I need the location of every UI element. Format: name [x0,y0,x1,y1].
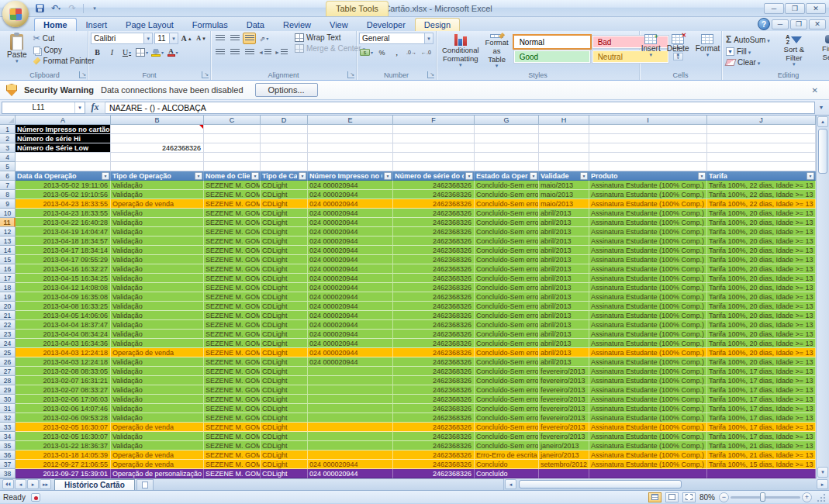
column-header[interactable]: J [707,116,816,125]
cell[interactable]: Tarifa 100%, 20 dias, Idade >= 13 [707,348,816,357]
cell[interactable]: 2462368326 [393,367,475,376]
cell[interactable]: Assinatura Estudante (100% Comp.) [589,302,707,311]
cell[interactable]: Validação [111,209,204,218]
cell[interactable]: 2013-04-04 18:37:47 [16,320,111,330]
cell[interactable]: Tarifa 100%, 20 dias, Idade >= 13 [707,218,816,227]
cell[interactable]: CDLight [261,330,308,339]
cell[interactable]: Tarifa 100%, 21 dias, Idade >= 13 [707,441,816,450]
cell[interactable]: SEZENE M. GOMES [204,218,261,227]
cell[interactable]: fevereiro/2013 [539,385,589,395]
cell[interactable]: Erro-Erro de escrita [475,450,539,460]
cell[interactable]: Validação [111,385,204,395]
cell[interactable]: 2462368326 [393,190,475,199]
cell[interactable]: 2013-02-05 16:30:07 [16,432,111,441]
cell[interactable]: Assinatura Estudante (100% Comp.) [589,274,707,283]
percent-style-button[interactable]: % [375,47,389,58]
cell[interactable] [308,376,393,385]
clipboard-dialog-launcher[interactable]: ↘ [79,71,86,78]
cell[interactable]: 2013-04-17 18:34:14 [16,246,111,255]
row-header[interactable]: 31 [0,404,16,413]
close-button[interactable]: ✕ [806,3,826,14]
cell[interactable]: maio/2013 [539,181,589,190]
message-bar-close-icon[interactable]: ✕ [807,86,823,95]
help-button[interactable]: ? [758,18,770,30]
row-header[interactable]: 17 [0,274,16,283]
cell[interactable]: CDLight [261,441,308,450]
first-sheet-button[interactable]: ⏴⏴ [2,479,14,489]
bold-button[interactable]: B [91,47,104,58]
cell[interactable]: SEZENE M. GOMES [204,441,261,450]
cell[interactable]: 024 000020944 [308,274,393,283]
cell[interactable] [539,125,589,134]
cell[interactable]: Tarifa 100%, 17 dias, Idade >= 13 [707,404,816,413]
cell[interactable]: 024 000020944 [308,181,393,190]
cell[interactable]: Operação de venda [111,423,204,432]
table-header-cell[interactable]: Tarifa▼ [707,171,816,181]
cell[interactable]: 2462368326 [393,385,475,395]
cell[interactable]: Tarifa 100%, 20 dias, Idade >= 13 [707,227,816,236]
cell[interactable]: Tarifa 100%, 17 dias, Idade >= 13 [707,423,816,432]
cell[interactable]: 2462368326 [393,292,475,302]
row-header[interactable]: 9 [0,199,16,209]
increase-decimal-button[interactable]: .0→ [405,47,418,58]
cell[interactable]: Assinatura Estudante (100% Comp.) [589,432,707,441]
cell[interactable]: Operação de venda [111,348,204,357]
cell[interactable]: Tarifa 100%, 20 dias, Idade >= 13 [707,246,816,255]
cell[interactable]: Assinatura Estudante (100% Comp.) [589,209,707,218]
cell[interactable]: 2013-04-09 16:35:08 [16,292,111,302]
row-header[interactable]: 37 [0,460,16,469]
cell[interactable] [393,162,475,171]
cell[interactable]: Validação [111,339,204,348]
expand-formula-bar-icon[interactable]: ▼ [815,102,827,114]
cell[interactable]: Concluído-Sem erro [475,367,539,376]
cell[interactable] [475,162,539,171]
cell[interactable]: 2462368326 [111,143,204,153]
cell[interactable] [308,162,393,171]
cell[interactable]: Validação [111,357,204,367]
autosum-button[interactable]: ΣAutoSum [724,33,772,46]
cell[interactable]: Assinatura Estudante (100% Comp.) [589,199,707,209]
cell[interactable]: 024 000020944 [308,264,393,274]
cell[interactable] [539,153,589,162]
column-header[interactable]: B [111,116,204,125]
cell[interactable]: 2462368326 [393,330,475,339]
cell[interactable] [261,134,308,143]
cell[interactable]: fevereiro/2013 [539,413,589,423]
cell[interactable]: Tarifa 100%, 20 dias, Idade >= 13 [707,292,816,302]
cell[interactable]: 2462368326 [393,376,475,385]
cell[interactable] [204,162,261,171]
cell[interactable]: Validação [111,413,204,423]
cell[interactable]: 2462368326 [393,404,475,413]
cell[interactable]: 2013-04-18 18:34:57 [16,236,111,246]
cell[interactable]: 2462368326 [393,460,475,469]
cell[interactable]: abril/2013 [539,274,589,283]
cell[interactable]: Tarifa 100%, 20 dias, Idade >= 13 [707,264,816,274]
cell[interactable] [589,125,707,134]
cell[interactable]: Concluído-Sem erro [475,302,539,311]
cell[interactable]: CDLight [261,367,308,376]
cell[interactable]: 2462368326 [393,199,475,209]
cell[interactable] [111,162,204,171]
cell[interactable]: SEZENE M. GOMES [204,432,261,441]
row-header[interactable]: 13 [0,236,16,246]
row-header[interactable]: 26 [0,357,16,367]
row-header[interactable]: 25 [0,348,16,357]
row-header[interactable]: 19 [0,292,16,302]
row-header[interactable]: 32 [0,413,16,423]
cell[interactable]: Tarifa 100%, 22 dias, Idade >= 13 [707,190,816,199]
cell[interactable]: Validação [111,302,204,311]
cell[interactable]: Operação de personalização [111,469,204,478]
save-button[interactable] [33,2,47,15]
cell[interactable]: Validação [111,274,204,283]
cell[interactable]: CDLight [261,190,308,199]
cell[interactable]: CDLight [261,283,308,292]
scroll-down-icon[interactable]: ▼ [817,467,828,478]
cell[interactable]: Concluído-Sem erro [475,274,539,283]
cell[interactable]: 2013-04-23 18:33:55 [16,209,111,218]
cell[interactable]: CDLight [261,450,308,460]
cell[interactable]: 024 000020944 [308,218,393,227]
horizontal-scrollbar[interactable]: ◂ ▸ [503,478,829,490]
name-box-dropdown-icon[interactable]: ▼ [74,102,85,113]
cell[interactable]: Concluído-Sem erro [475,395,539,404]
workbook-minimize-button[interactable]: ─ [772,19,789,29]
